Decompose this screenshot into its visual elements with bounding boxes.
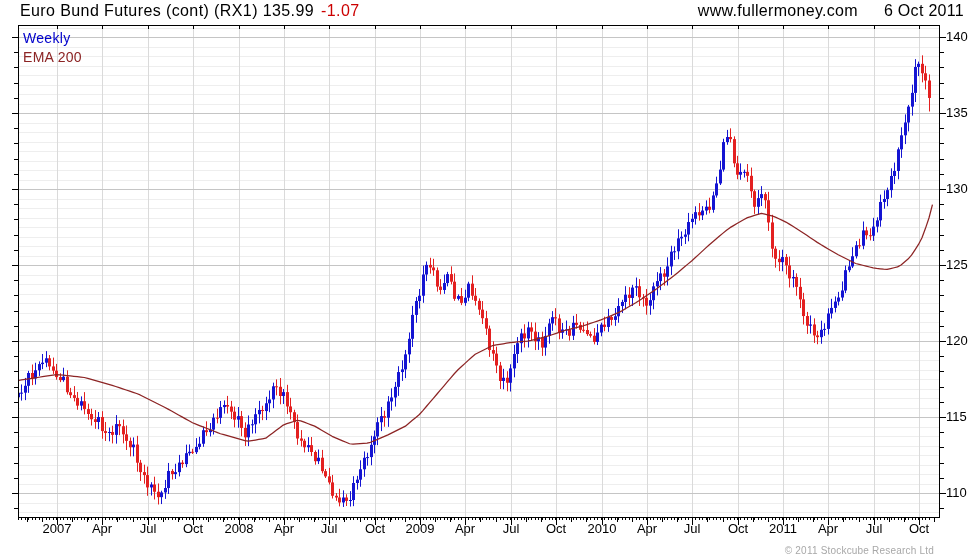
chart-window: Euro Bund Futures (cont) (RX1) 135.99-1.… [0,0,980,560]
legend-ema-label: EMA 200 [23,49,82,65]
legend-weekly-label: Weekly [23,30,70,46]
instrument-title: Euro Bund Futures (cont) (RX1) 135.99 [20,2,314,19]
y-axis-tick-label: 110 [946,485,967,500]
header-right: www.fullermoney.com 6 Oct 2011 [698,2,964,20]
price-change: -1.07 [321,2,359,19]
y-axis-tick-label: 130 [946,181,968,196]
price-chart-canvas [0,0,980,560]
copyright-label: © 2011 Stockcube Research Ltd [785,545,934,556]
y-axis-tick-label: 135 [946,105,968,120]
y-axis-tick-label: 125 [946,257,968,272]
x-axis-tick-label: Oct [891,521,947,536]
y-axis-tick-label: 140 [946,29,968,44]
date-label: 6 Oct 2011 [884,2,964,20]
page-title: Euro Bund Futures (cont) (RX1) 135.99-1.… [20,2,360,20]
y-axis-tick-label: 120 [946,333,968,348]
website-label: www.fullermoney.com [698,2,858,20]
y-axis-tick-label: 115 [946,409,967,424]
